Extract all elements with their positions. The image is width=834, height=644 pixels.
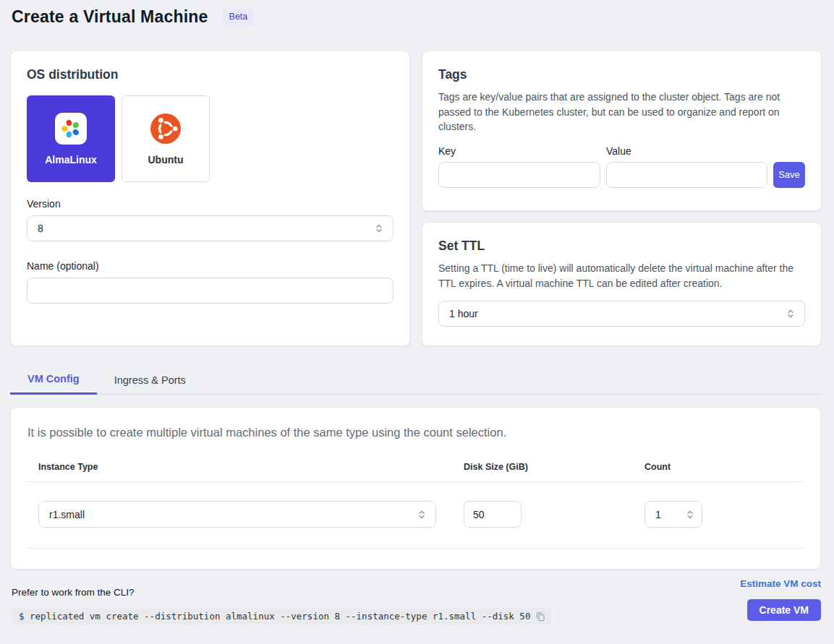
distribution-tile-label: AlmaLinux — [45, 154, 97, 166]
tag-value-input[interactable] — [606, 162, 768, 188]
column-disk-size: Disk Size (GiB) — [464, 462, 644, 472]
disk-size-input[interactable] — [464, 501, 522, 528]
cli-command-text: $ replicated vm create --distribution al… — [19, 611, 530, 622]
set-ttl-title: Set TTL — [438, 239, 805, 254]
cli-prompt-label: Prefer to work from the CLI? — [12, 587, 135, 598]
tags-description: Tags are key/value pairs that are assign… — [438, 90, 805, 134]
save-tag-button[interactable]: Save — [773, 162, 805, 188]
count-stepper[interactable]: 1 — [644, 501, 702, 528]
ubuntu-logo-icon — [150, 113, 182, 145]
ttl-select-value: 1 hour — [449, 308, 478, 319]
select-chevrons-icon — [786, 309, 796, 319]
page-header: Create a Virtual Machine Beta — [12, 7, 254, 27]
version-label: Version — [27, 198, 393, 210]
select-chevrons-icon — [417, 510, 427, 520]
distribution-tiles: AlmaLinux — [27, 95, 393, 182]
distribution-tile-label: Ubuntu — [148, 154, 184, 166]
set-ttl-description: Setting a TTL (time to live) will automa… — [438, 261, 805, 291]
select-chevrons-icon — [374, 223, 384, 233]
ttl-select[interactable]: 1 hour — [438, 301, 805, 327]
version-select[interactable]: 8 — [27, 215, 393, 241]
version-select-value: 8 — [38, 223, 43, 234]
distribution-tile-ubuntu[interactable]: Ubuntu — [122, 95, 210, 182]
vm-table: Instance Type Disk Size (GiB) Count r1.s… — [27, 462, 804, 549]
tag-key-input[interactable] — [438, 162, 600, 188]
set-ttl-card: Set TTL Setting a TTL (time to live) wil… — [422, 222, 822, 346]
column-count: Count — [644, 462, 793, 472]
tag-key-label: Key — [438, 145, 606, 157]
estimate-vm-cost-link[interactable]: Estimate VM cost — [740, 578, 821, 589]
page-title: Create a Virtual Machine — [12, 7, 208, 27]
tab-ingress-ports[interactable]: Ingress & Ports — [97, 365, 203, 395]
vm-config-card: It is possible to create multiple virtua… — [10, 407, 821, 570]
tags-title: Tags — [438, 67, 805, 82]
create-vm-page: Create a Virtual Machine Beta OS distrib… — [0, 0, 834, 644]
vm-table-row: r1.small 1 — [27, 482, 804, 549]
vm-name-label: Name (optional) — [27, 260, 393, 272]
cli-command-block: $ replicated vm create --distribution al… — [12, 608, 551, 624]
config-tabs: VM Config Ingress & Ports — [10, 365, 821, 395]
os-distribution-card: OS distribution AlmaLinux — [10, 51, 410, 346]
os-distribution-title: OS distribution — [27, 67, 393, 82]
tag-value-label: Value — [606, 145, 631, 157]
instance-type-select[interactable]: r1.small — [38, 501, 436, 528]
tab-vm-config[interactable]: VM Config — [10, 365, 97, 395]
tags-card: Tags Tags are key/value pairs that are a… — [422, 51, 822, 211]
create-vm-button[interactable]: Create VM — [747, 599, 821, 621]
count-value: 1 — [655, 509, 661, 520]
vm-table-header: Instance Type Disk Size (GiB) Count — [27, 462, 804, 482]
stepper-chevrons-icon — [685, 510, 695, 520]
vm-name-input[interactable] — [27, 278, 393, 304]
copy-icon[interactable] — [535, 611, 545, 622]
column-instance-type: Instance Type — [38, 462, 464, 472]
tag-labels-row: Key Value — [438, 145, 805, 157]
beta-badge: Beta — [223, 9, 255, 25]
instance-type-value: r1.small — [49, 509, 85, 520]
distribution-tile-almalinux[interactable]: AlmaLinux — [27, 95, 115, 182]
tag-inputs-row: Save — [438, 162, 805, 188]
vm-config-intro: It is possible to create multiple virtua… — [27, 426, 804, 439]
almalinux-logo-icon — [55, 113, 87, 145]
